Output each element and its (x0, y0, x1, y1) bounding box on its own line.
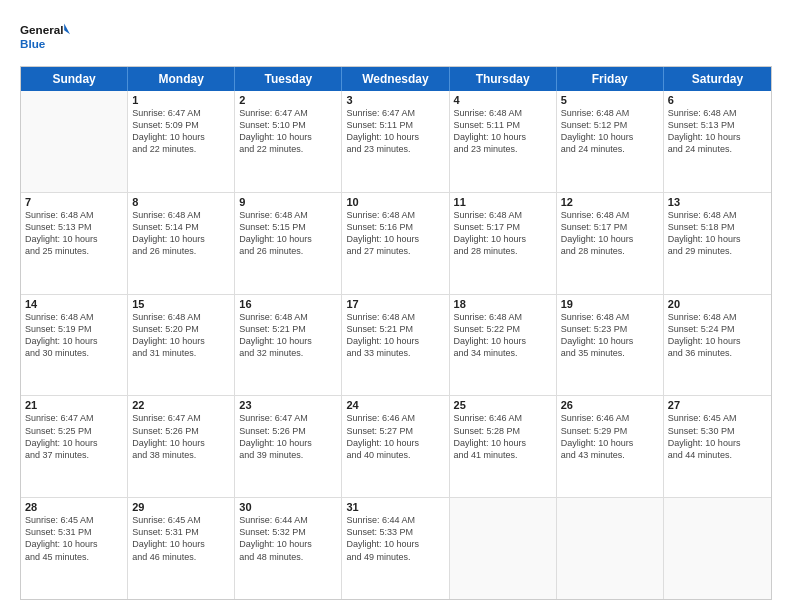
cell-info-line: Sunset: 5:31 PM (132, 526, 230, 538)
cell-info-line: Daylight: 10 hours (454, 335, 552, 347)
cell-info-line: Sunrise: 6:48 AM (454, 311, 552, 323)
calendar-row-2: 14Sunrise: 6:48 AMSunset: 5:19 PMDayligh… (21, 294, 771, 396)
cell-info-line: and 38 minutes. (132, 449, 230, 461)
day-cell-3: 3Sunrise: 6:47 AMSunset: 5:11 PMDaylight… (342, 91, 449, 192)
day-cell-16: 16Sunrise: 6:48 AMSunset: 5:21 PMDayligh… (235, 295, 342, 396)
cell-info-line: Sunset: 5:20 PM (132, 323, 230, 335)
cell-info-line: and 24 minutes. (668, 143, 767, 155)
cell-info-line: Sunrise: 6:48 AM (668, 209, 767, 221)
cell-info-line: Sunset: 5:17 PM (454, 221, 552, 233)
cell-info-line: Daylight: 10 hours (668, 233, 767, 245)
logo: General Blue (20, 16, 70, 56)
cell-info-line: Sunset: 5:31 PM (25, 526, 123, 538)
cell-info-line: Sunrise: 6:46 AM (454, 412, 552, 424)
cell-info-line: Sunrise: 6:47 AM (239, 107, 337, 119)
cell-info-line: and 49 minutes. (346, 551, 444, 563)
cell-info-line: and 48 minutes. (239, 551, 337, 563)
cell-info-line: Sunset: 5:21 PM (346, 323, 444, 335)
cell-info-line: Daylight: 10 hours (561, 437, 659, 449)
day-number: 3 (346, 94, 444, 106)
cell-info-line: and 23 minutes. (454, 143, 552, 155)
day-number: 17 (346, 298, 444, 310)
cell-info-line: Sunrise: 6:44 AM (346, 514, 444, 526)
cell-info-line: Daylight: 10 hours (454, 437, 552, 449)
cell-info-line: Daylight: 10 hours (25, 335, 123, 347)
cell-info-line: Daylight: 10 hours (239, 437, 337, 449)
cell-info-line: Daylight: 10 hours (346, 335, 444, 347)
cell-info-line: and 41 minutes. (454, 449, 552, 461)
day-cell-5: 5Sunrise: 6:48 AMSunset: 5:12 PMDaylight… (557, 91, 664, 192)
cell-info-line: and 35 minutes. (561, 347, 659, 359)
cell-info-line: and 24 minutes. (561, 143, 659, 155)
cell-info-line: Sunset: 5:16 PM (346, 221, 444, 233)
day-number: 9 (239, 196, 337, 208)
day-cell-26: 26Sunrise: 6:46 AMSunset: 5:29 PMDayligh… (557, 396, 664, 497)
day-number: 11 (454, 196, 552, 208)
cell-info-line: and 28 minutes. (561, 245, 659, 257)
svg-text:General: General (20, 23, 63, 36)
cell-info-line: and 40 minutes. (346, 449, 444, 461)
cell-info-line: Sunset: 5:15 PM (239, 221, 337, 233)
cell-info-line: and 29 minutes. (668, 245, 767, 257)
cell-info-line: Sunset: 5:18 PM (668, 221, 767, 233)
cell-info-line: Sunset: 5:09 PM (132, 119, 230, 131)
day-number: 24 (346, 399, 444, 411)
cell-info-line: Sunrise: 6:46 AM (561, 412, 659, 424)
cell-info-line: Sunset: 5:22 PM (454, 323, 552, 335)
cell-info-line: Sunrise: 6:48 AM (132, 209, 230, 221)
cell-info-line: and 26 minutes. (239, 245, 337, 257)
cell-info-line: Sunrise: 6:45 AM (25, 514, 123, 526)
day-number: 10 (346, 196, 444, 208)
day-cell-24: 24Sunrise: 6:46 AMSunset: 5:27 PMDayligh… (342, 396, 449, 497)
cell-info-line: Sunrise: 6:47 AM (25, 412, 123, 424)
cell-info-line: Sunset: 5:13 PM (668, 119, 767, 131)
day-number: 2 (239, 94, 337, 106)
day-number: 26 (561, 399, 659, 411)
cell-info-line: Daylight: 10 hours (668, 437, 767, 449)
cell-info-line: Sunset: 5:11 PM (454, 119, 552, 131)
day-number: 31 (346, 501, 444, 513)
day-cell-1: 1Sunrise: 6:47 AMSunset: 5:09 PMDaylight… (128, 91, 235, 192)
cell-info-line: and 39 minutes. (239, 449, 337, 461)
cell-info-line: Daylight: 10 hours (668, 131, 767, 143)
cell-info-line: Sunrise: 6:48 AM (132, 311, 230, 323)
cell-info-line: Sunrise: 6:48 AM (454, 107, 552, 119)
cell-info-line: Sunrise: 6:48 AM (561, 311, 659, 323)
day-cell-19: 19Sunrise: 6:48 AMSunset: 5:23 PMDayligh… (557, 295, 664, 396)
cell-info-line: Daylight: 10 hours (25, 437, 123, 449)
cell-info-line: Daylight: 10 hours (25, 233, 123, 245)
cell-info-line: Daylight: 10 hours (239, 233, 337, 245)
svg-text:Blue: Blue (20, 37, 46, 50)
day-cell-12: 12Sunrise: 6:48 AMSunset: 5:17 PMDayligh… (557, 193, 664, 294)
day-number: 22 (132, 399, 230, 411)
cell-info-line: Sunset: 5:32 PM (239, 526, 337, 538)
cell-info-line: Sunrise: 6:48 AM (239, 311, 337, 323)
day-number: 14 (25, 298, 123, 310)
cell-info-line: and 30 minutes. (25, 347, 123, 359)
day-number: 13 (668, 196, 767, 208)
day-number: 25 (454, 399, 552, 411)
cell-info-line: and 25 minutes. (25, 245, 123, 257)
day-number: 16 (239, 298, 337, 310)
cell-info-line: Sunset: 5:11 PM (346, 119, 444, 131)
day-cell-10: 10Sunrise: 6:48 AMSunset: 5:16 PMDayligh… (342, 193, 449, 294)
cell-info-line: Sunset: 5:29 PM (561, 425, 659, 437)
day-number: 5 (561, 94, 659, 106)
cell-info-line: and 31 minutes. (132, 347, 230, 359)
day-cell-21: 21Sunrise: 6:47 AMSunset: 5:25 PMDayligh… (21, 396, 128, 497)
cell-info-line: Daylight: 10 hours (346, 538, 444, 550)
cell-info-line: Sunrise: 6:48 AM (25, 311, 123, 323)
day-number: 28 (25, 501, 123, 513)
day-number: 6 (668, 94, 767, 106)
day-cell-28: 28Sunrise: 6:45 AMSunset: 5:31 PMDayligh… (21, 498, 128, 599)
cell-info-line: Sunset: 5:21 PM (239, 323, 337, 335)
cell-info-line: and 23 minutes. (346, 143, 444, 155)
cell-info-line: Sunset: 5:26 PM (239, 425, 337, 437)
cell-info-line: Sunset: 5:33 PM (346, 526, 444, 538)
logo-svg: General Blue (20, 16, 70, 56)
day-cell-30: 30Sunrise: 6:44 AMSunset: 5:32 PMDayligh… (235, 498, 342, 599)
day-cell-22: 22Sunrise: 6:47 AMSunset: 5:26 PMDayligh… (128, 396, 235, 497)
page-header: General Blue (20, 16, 772, 56)
cell-info-line: and 37 minutes. (25, 449, 123, 461)
cell-info-line: Sunrise: 6:47 AM (132, 412, 230, 424)
